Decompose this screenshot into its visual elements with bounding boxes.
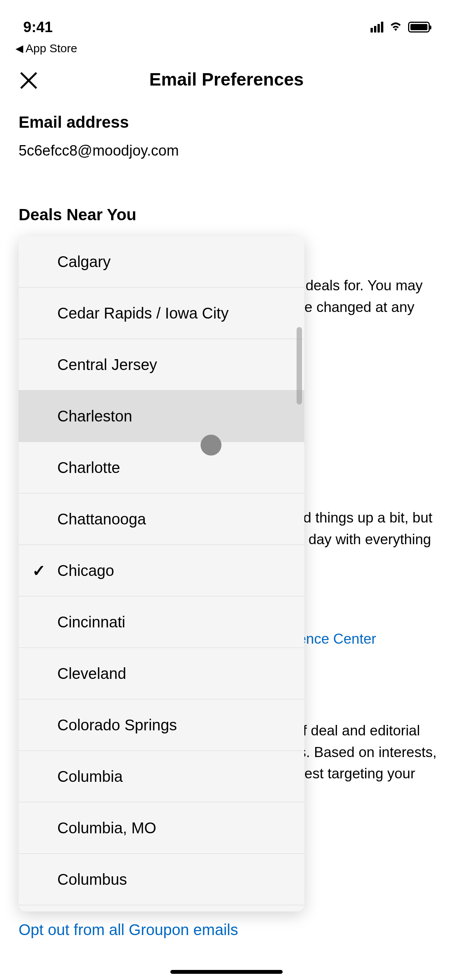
close-button[interactable] — [19, 70, 39, 94]
city-option-label: Charlotte — [57, 459, 120, 476]
home-indicator[interactable] — [170, 970, 283, 974]
city-dropdown[interactable]: CalgaryCedar Rapids / Iowa CityCentral J… — [19, 236, 304, 911]
city-option-label: Columbia, MO — [57, 819, 156, 837]
email-address-value: 5c6efcc8@moodjoy.com — [19, 142, 434, 159]
city-option-label: Chicago — [57, 562, 114, 579]
city-option[interactable]: Columbus — [19, 854, 304, 905]
back-caret-icon: ◀ — [15, 43, 23, 55]
content: Email address 5c6efcc8@moodjoy.com Deals… — [0, 90, 453, 224]
touch-indicator — [201, 435, 221, 456]
city-option-label: Charleston — [57, 408, 132, 425]
status-icons — [371, 21, 430, 33]
battery-icon — [408, 22, 430, 33]
city-option[interactable]: Columbia — [19, 751, 304, 802]
back-to-app[interactable]: ◀ App Store — [0, 39, 453, 55]
opt-out-link[interactable]: Opt out from all Groupon emails — [19, 921, 238, 939]
city-option-label: Columbia — [57, 768, 123, 785]
scrollbar[interactable] — [297, 327, 302, 404]
wifi-icon — [389, 21, 403, 33]
city-option-label: Calgary — [57, 253, 111, 271]
checkmark-icon: ✓ — [32, 561, 46, 580]
city-option[interactable]: Cincinnati — [19, 596, 304, 648]
city-dropdown-list: CalgaryCedar Rapids / Iowa CityCentral J… — [19, 236, 304, 905]
city-option[interactable]: Colorado Springs — [19, 699, 304, 751]
status-bar: 9:41 — [0, 0, 453, 39]
deals-heading: Deals Near You — [19, 206, 434, 224]
city-option[interactable]: Chattanooga — [19, 493, 304, 545]
city-option[interactable]: Columbia, MO — [19, 802, 304, 854]
close-icon — [19, 70, 39, 91]
city-option-label: Cleveland — [57, 665, 126, 682]
city-option[interactable]: Cedar Rapids / Iowa City — [19, 288, 304, 339]
city-option[interactable]: Central Jersey — [19, 339, 304, 391]
city-option-label: Cedar Rapids / Iowa City — [57, 305, 228, 322]
email-address-label: Email address — [19, 113, 434, 132]
city-option-label: Cincinnati — [57, 613, 125, 631]
back-app-label: App Store — [26, 42, 77, 55]
city-option-label: Central Jersey — [57, 356, 157, 373]
city-option[interactable]: Cleveland — [19, 648, 304, 699]
preference-center-link[interactable]: ence Center — [298, 631, 376, 647]
city-option[interactable]: Charlotte — [19, 442, 304, 493]
city-option-label: Chattanooga — [57, 511, 146, 528]
city-option-label: Colorado Springs — [57, 716, 177, 734]
page-title: Email Preferences — [149, 69, 304, 90]
city-option-label: Columbus — [57, 871, 127, 888]
header: Email Preferences — [0, 69, 453, 90]
status-time: 9:41 — [23, 19, 53, 36]
city-option[interactable]: ✓Chicago — [19, 545, 304, 596]
city-option[interactable]: Charleston — [19, 391, 304, 442]
signal-icon — [371, 22, 383, 33]
city-option[interactable]: Calgary — [19, 236, 304, 288]
